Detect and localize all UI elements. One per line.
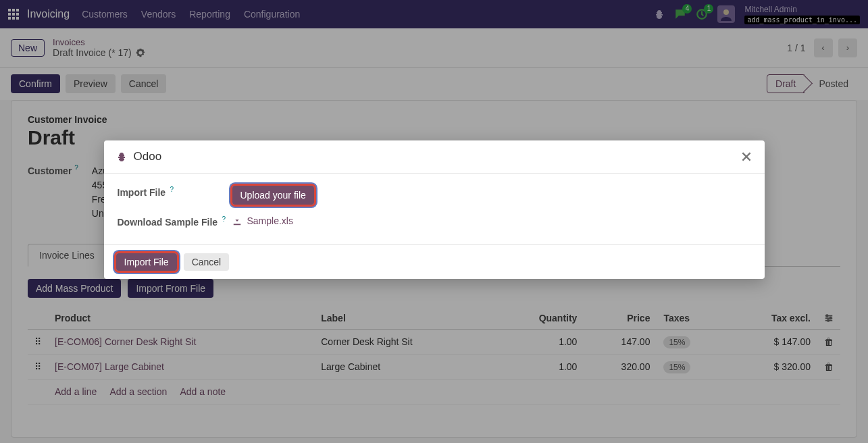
import-file-label: Import File xyxy=(118,187,166,198)
download-sample-label: Download Sample File xyxy=(118,217,218,228)
modal-title: Odoo xyxy=(134,150,162,163)
modal-import-button[interactable]: Import File xyxy=(116,253,177,271)
modal-backdrop: Odoo Import File ? Upload your file Down… xyxy=(0,0,868,443)
help-icon[interactable]: ? xyxy=(222,215,226,223)
import-modal: Odoo Import File ? Upload your file Down… xyxy=(104,140,765,279)
upload-file-button[interactable]: Upload your file xyxy=(232,186,314,205)
download-icon xyxy=(232,216,242,226)
bug-icon xyxy=(116,151,127,162)
help-icon[interactable]: ? xyxy=(170,186,174,193)
sample-link[interactable]: Sample.xls xyxy=(232,215,751,226)
modal-cancel-button[interactable]: Cancel xyxy=(184,253,230,271)
sample-link-text: Sample.xls xyxy=(247,215,293,226)
close-icon[interactable] xyxy=(740,151,752,163)
